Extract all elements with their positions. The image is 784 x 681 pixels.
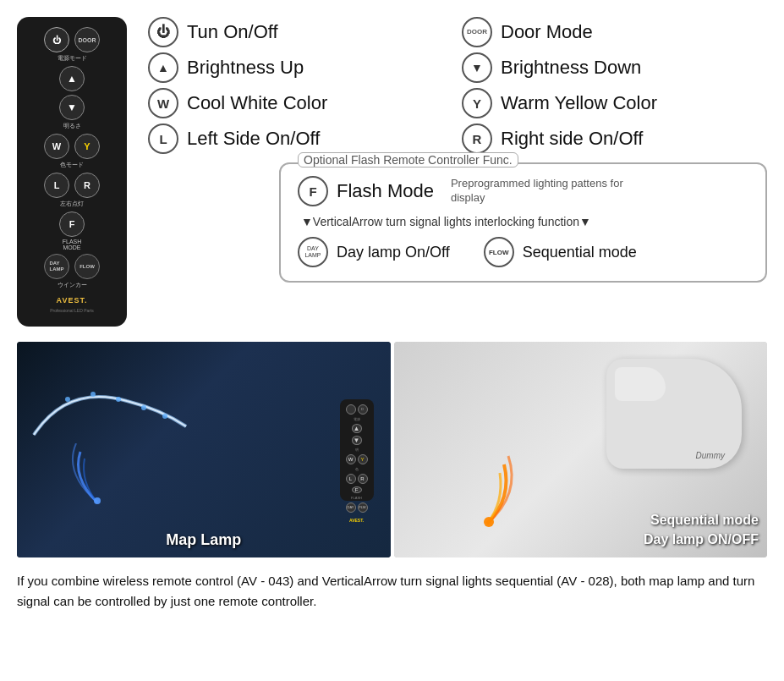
wifi-signal-right <box>445 448 529 532</box>
legend-icon-door: DOOR <box>462 17 492 47</box>
day-icon-line2: LAMP <box>304 252 321 259</box>
remote-row-4: L R <box>44 173 100 198</box>
remote-brand: AVEST. <box>57 296 88 305</box>
remote-label-winker: ウインカー <box>58 281 87 289</box>
car-mirror: Dummy <box>606 359 742 469</box>
legend-icon-day-lamp: DAY LAMP <box>298 237 328 267</box>
optional-row-flow: FLOW Sequential mode <box>484 237 637 267</box>
svg-point-0 <box>65 397 70 402</box>
remote-label-flash: FLASHMODE <box>63 239 82 250</box>
remote-illustration: ⏻ DOOR 電源モード ▲ ▼ 明るさ W Y 色モード <box>17 17 127 327</box>
optional-bottom-row: DAY LAMP Day lamp On/Off FLOW Sequential… <box>298 237 748 267</box>
remote-container: ⏻ DOOR 電源モード ▲ ▼ 明るさ W Y 色モード <box>17 17 131 327</box>
optional-vertical-arrow: ▼VerticalArrow turn signal lights interl… <box>298 215 748 228</box>
photo-caption-right-line2: Day lamp ON/OFF <box>644 530 759 549</box>
led-strip-svg <box>25 367 195 452</box>
optional-day-lamp-label: Day lamp On/Off <box>337 244 450 261</box>
legend-section: ⏻ Tun On/Off DOOR Door Mode ▲ Brightness… <box>148 17 767 283</box>
legend-grid: ⏻ Tun On/Off DOOR Door Mode ▲ Brightness… <box>148 17 767 154</box>
legend-label-warm-yellow: Warm Yellow Color <box>501 92 657 114</box>
legend-item-door-mode: DOOR Door Mode <box>462 17 767 47</box>
legend-item-tun-onoff: ⏻ Tun On/Off <box>148 17 453 47</box>
legend-icon-flow: FLOW <box>484 237 514 267</box>
remote-day-btn: DAYLAMP <box>44 254 69 279</box>
bottom-text: If you combine wireless remote control (… <box>17 571 767 612</box>
legend-label-right-side: Right side On/Off <box>501 128 643 150</box>
legend-icon-f: F <box>298 176 328 206</box>
remote-row-2: ▲ <box>59 66 85 91</box>
remote-row-6: DAYLAMP FLOW <box>44 254 100 279</box>
legend-item-right-side: R Right side On/Off <box>462 124 767 154</box>
remote-flow-btn: FLOW <box>74 254 100 279</box>
svg-point-1 <box>90 392 96 397</box>
optional-flash-mode-label: Flash Mode <box>337 180 434 202</box>
remote-l-btn: L <box>44 173 69 198</box>
photos-section: D 電源 ▲ ▼ 明 W Y 色 L R F FLASH DAY <box>17 342 767 557</box>
svg-point-2 <box>116 397 121 402</box>
flow-icon-text: FLOW <box>489 249 509 256</box>
optional-row-flash: F Flash Mode Preprogrammed lighting patt… <box>298 176 748 206</box>
legend-item-warm-yellow: Y Warm Yellow Color <box>462 88 767 118</box>
remote-row-3: W Y <box>44 134 100 159</box>
top-section: ⏻ DOOR 電源モード ▲ ▼ 明るさ W Y 色モード <box>17 17 767 327</box>
optional-flash-desc: Preprogrammed lighting pattens for displ… <box>451 177 654 206</box>
svg-point-3 <box>141 405 146 410</box>
small-remote-row1: D <box>346 404 368 415</box>
remote-y-btn: Y <box>74 134 100 159</box>
legend-item-left-side: L Left Side On/Off <box>148 124 453 154</box>
remote-label-brightness: 明るさ <box>63 122 81 130</box>
legend-label-tun-onoff: Tun On/Off <box>187 21 278 43</box>
legend-label-brightness-up: Brightness Up <box>187 57 304 79</box>
remote-door-btn: DOOR <box>74 27 100 52</box>
remote-label-power: 電源モード <box>58 54 87 63</box>
remote-power-btn: ⏻ <box>44 27 69 52</box>
photo-caption-right: Sequential mode Day lamp ON/OFF <box>644 511 759 549</box>
legend-icon-w: W <box>148 88 178 118</box>
legend-icon-r: R <box>462 124 492 154</box>
legend-item-cool-white: W Cool White Color <box>148 88 453 118</box>
legend-label-brightness-down: Brightness Down <box>501 57 641 79</box>
svg-point-6 <box>484 517 494 527</box>
legend-label-left-side: Left Side On/Off <box>187 128 320 150</box>
remote-brand-sub: Professional LED Parts <box>50 308 94 313</box>
remote-up-btn: ▲ <box>59 66 85 91</box>
small-remote-photo: D 電源 ▲ ▼ 明 W Y 色 L R F FLASH DAY <box>340 399 374 501</box>
main-layout: ⏻ DOOR 電源モード ▲ ▼ 明るさ W Y 色モード <box>17 17 767 612</box>
remote-row-down: ▼ <box>59 95 85 120</box>
day-icon-line1: DAY <box>307 245 319 252</box>
legend-label-cool-white: Cool White Color <box>187 92 327 114</box>
legend-label-door-mode: Door Mode <box>501 21 593 43</box>
remote-down-btn: ▼ <box>59 95 85 120</box>
legend-icon-power: ⏻ <box>148 17 178 47</box>
remote-row-5: F <box>59 211 85 237</box>
legend-icon-l: L <box>148 124 178 154</box>
svg-point-5 <box>94 497 101 504</box>
remote-row-1: ⏻ DOOR <box>44 27 100 52</box>
remote-w-btn: W <box>44 134 69 159</box>
optional-content: F Flash Mode Preprogrammed lighting patt… <box>298 176 748 267</box>
legend-icon-up: ▲ <box>148 52 178 83</box>
remote-label-sides: 左右点灯 <box>60 200 84 208</box>
svg-point-4 <box>162 414 167 419</box>
remote-label-color: 色モード <box>60 161 84 169</box>
photo-left: D 電源 ▲ ▼ 明 W Y 色 L R F FLASH DAY <box>17 342 391 557</box>
optional-flow-label: Sequential mode <box>523 244 637 261</box>
legend-item-brightness-up: ▲ Brightness Up <box>148 52 453 83</box>
optional-flash-label: Optional Flash Remote Controller Func. <box>298 152 518 168</box>
optional-flash-box: Optional Flash Remote Controller Func. F… <box>279 162 767 283</box>
legend-icon-down: ▼ <box>462 52 492 83</box>
legend-item-brightness-down: ▼ Brightness Down <box>462 52 767 83</box>
photo-caption-right-line1: Sequential mode <box>644 511 759 530</box>
optional-row-day-lamp: DAY LAMP Day lamp On/Off <box>298 237 450 267</box>
photo-right: Dummy Sequential mode Day lamp ON/OFF <box>394 342 768 557</box>
photo-caption-left: Map Lamp <box>166 531 241 549</box>
remote-r-btn: R <box>74 173 100 198</box>
wifi-signal-left <box>63 443 131 511</box>
legend-icon-y: Y <box>462 88 492 118</box>
remote-f-btn: F <box>59 211 85 237</box>
